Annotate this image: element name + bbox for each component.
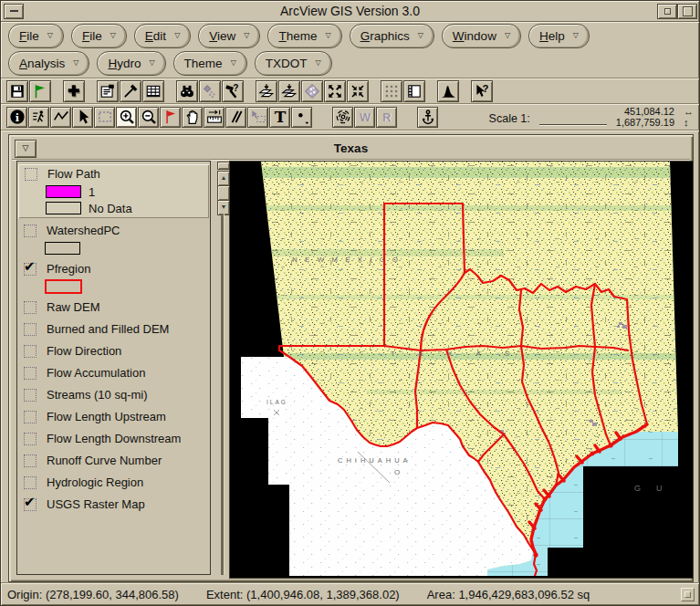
edit-legend-button[interactable] [120,80,141,102]
query-builder-icon [202,83,218,99]
zoom-out-button[interactable] [138,107,159,128]
menu-window[interactable]: Window▽ [442,24,521,48]
theme-checkbox[interactable] [24,323,37,336]
scroll-drag-box[interactable] [217,185,230,201]
menu-analysis[interactable]: Analysis▽ [8,51,89,76]
theme-checkbox[interactable] [24,367,37,380]
menu-help[interactable]: Help▽ [528,24,590,48]
legend-item-flow-path[interactable]: Flow Path1No Data [18,164,209,218]
legend-item-usgs-raster-map[interactable]: ✔USGS Raster Map [17,495,210,514]
anchor-button[interactable] [417,107,438,128]
theme-checkbox[interactable] [24,476,37,489]
theme-checkbox[interactable] [24,389,37,402]
theme-checkbox[interactable]: ✔ [24,498,37,511]
pointer-button[interactable] [72,107,93,128]
theme-checkbox[interactable]: ✔ [24,263,37,276]
query-builder-button[interactable] [199,80,221,102]
slope-button[interactable] [225,107,246,128]
zoom-in-button[interactable] [116,107,137,128]
histogram-button[interactable] [437,80,459,102]
legend-item-pfregion[interactable]: ✔Pfregion [17,259,210,295]
pan-button[interactable] [182,107,203,128]
theme-checkbox[interactable] [24,411,37,423]
flag-green-button[interactable] [29,80,51,102]
menu-txdot[interactable]: TXDOT▽ [255,51,332,76]
theme-checkbox[interactable] [24,433,37,445]
map-view[interactable]: N E W M E X I C OTEXASCHIHUAHUAOILAGGU [229,161,694,579]
coordinate-readout: 451,084.121,687,759.19 [616,106,674,128]
window-menu-button[interactable] [4,4,24,19]
clip-themes-button[interactable] [278,80,300,102]
menu-theme[interactable]: Theme▽ [267,24,341,48]
legend-item-hydrologic-region[interactable]: Hydrologic Region [17,473,210,492]
legend-item-flow-direction[interactable]: Flow Direction [17,341,210,360]
zoom-in-arrows-button[interactable] [324,80,346,102]
theme-checkbox[interactable] [25,168,37,181]
text-button[interactable]: T [269,107,290,128]
legend-item-raw-dem[interactable]: Raw DEM [17,298,210,317]
menu-bar-main: File▽File▽Edit▽View▽Theme▽Graphics▽Windo… [8,24,697,47]
resize-grip-icon[interactable] [681,588,695,601]
hotlink-button[interactable] [28,107,49,128]
pointer-help-button[interactable]: ? [471,80,493,102]
menu-view[interactable]: View▽ [198,24,260,48]
info-button[interactable]: i [6,107,27,128]
select-box-button[interactable] [94,107,115,128]
theme-properties-button[interactable] [97,80,119,102]
svg-text:?: ? [483,83,489,94]
w-tool-button[interactable]: WW [354,107,375,128]
add-theme-button[interactable] [63,80,85,102]
measure-button[interactable] [204,107,225,128]
menu-graphics[interactable]: Graphics▽ [350,24,434,48]
title-bar[interactable]: ArcView GIS Version 3.0 [1,1,699,22]
scroll-up-button[interactable]: ▲ [217,171,230,186]
flag-red-button[interactable] [160,107,181,128]
label-button[interactable] [247,107,268,128]
menu-file[interactable]: File▽ [8,24,64,48]
zoom-in-arrows-icon [327,83,343,99]
theme-checkbox[interactable] [24,454,37,467]
hammer-help-button[interactable]: ? [222,80,244,102]
menu-theme[interactable]: Theme▽ [173,51,247,76]
theme-checkbox[interactable] [24,301,37,314]
legend-item-streams-10-sq-mi-[interactable]: Streams (10 sq-mi) [17,385,210,404]
scrollbar-anchor[interactable] [217,162,230,170]
legend-item-burned-and-filled-dem[interactable]: Burned and Filled DEM [17,319,210,339]
menu-file[interactable]: File▽ [71,24,127,48]
open-table-button[interactable] [142,80,164,102]
find-button[interactable] [176,80,198,102]
menu-dropdown-icon: ▽ [244,32,249,39]
map-canvas[interactable]: N E W M E X I C OTEXASCHIHUAHUAOILAGGU [230,162,691,576]
view-title: Texas [334,141,368,155]
iconify-button[interactable] [657,4,677,19]
legend-item-flow-length-upstream[interactable]: Flow Length Upstream [17,407,210,426]
legend-item-runoff-curve-number[interactable]: Runoff Curve Number [17,451,210,470]
legend-item-watershedpc[interactable]: WatershedPC [17,221,210,256]
menu-edit[interactable]: Edit▽ [134,24,191,48]
label-icon [250,109,266,125]
menu-hydro[interactable]: Hydro▽ [97,51,165,76]
menu-dropdown-icon: ▽ [505,32,510,39]
merge-themes-button[interactable] [256,80,277,102]
view-title-bar[interactable]: ▽ Texas [12,138,690,160]
vertex-button[interactable] [50,107,71,128]
draw-point-button[interactable] [291,107,312,128]
legend-scrollbar[interactable]: ▲ ▼ [216,161,230,575]
save-button[interactable] [6,80,28,102]
r-tool-button[interactable]: RR [376,107,397,128]
pointer-icon [75,109,91,125]
zoom-out-arrows-button[interactable] [347,80,369,102]
film-strip-button[interactable] [403,80,425,102]
scale-input[interactable] [539,111,607,125]
text-icon: T [272,109,288,125]
maximize-button[interactable] [677,4,697,19]
theme-checkbox[interactable] [24,225,37,237]
legend-item-flow-length-downstream[interactable]: Flow Length Downstream [17,429,210,448]
trace-button[interactable] [332,107,353,128]
theme-checkbox[interactable] [24,345,37,358]
dotted-grid-button[interactable] [381,80,402,102]
view-window-menu-button[interactable]: ▽ [15,140,37,158]
legend-item-flow-accumulation[interactable]: Flow Accumulation [17,363,210,382]
dissolve-button[interactable] [301,80,323,102]
menu-bar-extensions: Analysis▽Hydro▽Theme▽TXDOT▽ [8,51,697,75]
